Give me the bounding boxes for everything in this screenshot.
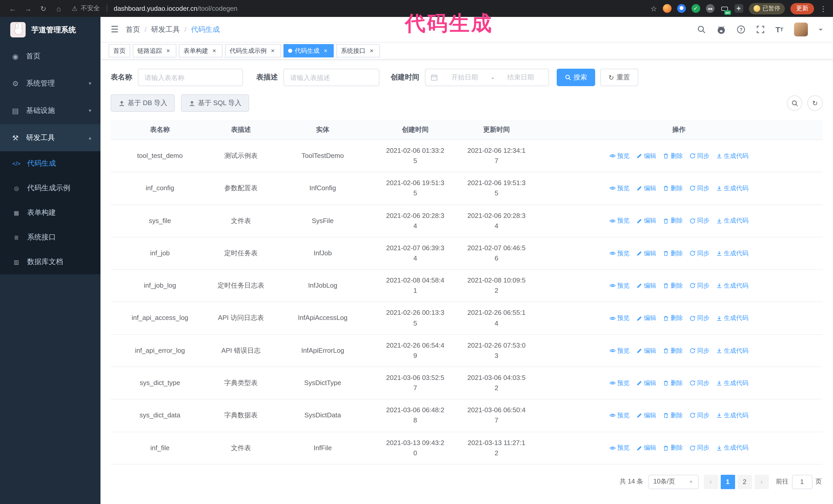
generate-code-link[interactable]: 生成代码 [716,314,748,323]
page-size-select[interactable]: 10条/页 ▼ [648,475,698,489]
address-bar[interactable]: dashboard.yudao.iocoder.cn/tool/codegen [114,5,237,12]
preview-link[interactable]: 预览 [610,443,629,453]
search-button[interactable]: 搜索 [557,69,595,86]
delete-link[interactable]: 删除 [663,443,683,453]
preview-link[interactable]: 预览 [610,314,629,323]
sync-link[interactable]: 同步 [689,184,710,193]
sidebar-toggle-icon[interactable]: ☰ [111,24,119,35]
help-icon[interactable]: ? [736,25,745,34]
user-avatar[interactable] [794,23,808,37]
edit-link[interactable]: 编辑 [636,281,656,290]
generate-code-link[interactable]: 生成代码 [716,443,748,453]
edit-link[interactable]: 编辑 [636,443,656,453]
bookmark-star-icon[interactable]: ☆ [650,4,657,13]
sidebar-subitem-api[interactable]: ≣ 系统接口 [0,225,100,250]
edit-link[interactable]: 编辑 [636,411,656,420]
generate-code-link[interactable]: 生成代码 [716,346,748,355]
edit-link[interactable]: 编辑 [636,248,656,258]
generate-code-link[interactable]: 生成代码 [716,184,748,193]
import-sql-button[interactable]: 基于 SQL 导入 [181,94,249,112]
delete-link[interactable]: 删除 [663,248,683,258]
refresh-table-button[interactable]: ↻ [807,95,823,111]
tab-close-icon[interactable]: × [211,47,218,54]
date-start-placeholder[interactable]: 开始日期 [442,73,487,82]
tab-close-icon[interactable]: × [165,47,172,54]
fox-extension-icon[interactable] [663,4,671,13]
sync-link[interactable]: 同步 [689,314,710,323]
next-page-button[interactable]: › [754,475,769,489]
date-end-placeholder[interactable]: 结束日期 [498,73,543,82]
view-tab[interactable]: 系统接口 × [336,44,380,57]
view-tab[interactable]: 表单构建 × [179,44,222,57]
generate-code-link[interactable]: 生成代码 [716,378,748,388]
sidebar-subitem-form[interactable]: ▦ 表单构建 [0,200,100,225]
preview-link[interactable]: 预览 [610,216,629,225]
table-desc-input[interactable] [284,69,379,86]
preview-link[interactable]: 预览 [610,281,629,290]
browser-menu-icon[interactable]: ⋮ [820,4,827,13]
back-button[interactable]: ← [6,4,19,13]
edit-link[interactable]: 编辑 [636,151,656,161]
sidebar-subitem-code[interactable]: </> 代码生成 [0,151,100,176]
reset-button[interactable]: ↻ 重置 [600,69,638,86]
edit-link[interactable]: 编辑 [636,216,656,225]
generate-code-link[interactable]: 生成代码 [716,151,748,161]
generate-code-link[interactable]: 生成代码 [716,281,748,290]
update-button[interactable]: 更新 [790,3,814,14]
sync-link[interactable]: 同步 [689,151,710,161]
app-logo[interactable]: 芋道管理系统 [0,17,100,43]
tab-close-icon[interactable]: × [322,47,329,54]
fullscreen-icon[interactable] [756,25,765,34]
page-button-2[interactable]: 2 [737,475,752,489]
delete-link[interactable]: 删除 [663,151,683,161]
check-extension-icon[interactable]: ✓ [691,4,700,13]
preview-link[interactable]: 预览 [610,184,629,193]
sync-link[interactable]: 同步 [689,216,710,225]
extensions-puzzle-icon[interactable]: ✚ [734,4,743,13]
edit-link[interactable]: 编辑 [636,184,656,193]
edit-link[interactable]: 编辑 [636,314,656,323]
delete-link[interactable]: 删除 [663,314,683,323]
sidebar-item-tools[interactable]: ⚒ 研发工具 ▴ [0,124,100,151]
delete-link[interactable]: 删除 [663,281,683,290]
goto-page-input[interactable] [792,475,812,489]
sidebar-item-infra[interactable]: ▤ 基础设施 ▾ [0,97,100,124]
sync-link[interactable]: 同步 [689,281,710,290]
delete-link[interactable]: 删除 [663,346,683,355]
preview-link[interactable]: 预览 [610,378,629,388]
breadcrumb-item[interactable]: 研发工具 [151,25,180,34]
sidebar-subitem-db[interactable]: ▥ 数据库文档 [0,250,100,274]
forward-button[interactable]: → [22,4,34,13]
sync-link[interactable]: 同步 [689,346,710,355]
preview-link[interactable]: 预览 [610,248,629,258]
view-tab[interactable]: 链路追踪 × [133,44,176,57]
user-menu-caret-icon[interactable] [819,28,823,32]
search-icon[interactable] [697,25,706,34]
delete-link[interactable]: 删除 [663,216,683,225]
delete-link[interactable]: 删除 [663,411,683,420]
view-tab[interactable]: 首页 [109,44,130,57]
edit-link[interactable]: 编辑 [636,346,656,355]
sync-link[interactable]: 同步 [689,378,710,388]
generate-code-link[interactable]: 生成代码 [716,248,748,258]
sync-link[interactable]: 同步 [689,443,710,453]
github-icon[interactable] [716,25,725,34]
site-security-chip[interactable]: ⚠ 不安全 [72,4,100,13]
font-size-icon[interactable]: TT [775,25,783,34]
generate-code-link[interactable]: 生成代码 [716,411,748,420]
sidebar-item-gear[interactable]: ⚙ 系统管理 ▾ [0,70,100,97]
sync-link[interactable]: 同步 [689,248,710,258]
generate-code-link[interactable]: 生成代码 [716,216,748,225]
toggle-search-button[interactable] [787,95,802,111]
blue-extension-icon[interactable] [677,4,686,13]
breadcrumb-item[interactable]: 首页 [126,25,140,34]
tab-close-icon[interactable]: × [269,47,276,54]
date-range-picker[interactable]: 开始日期 - 结束日期 [425,69,549,86]
tab-close-icon[interactable]: × [368,47,375,54]
sync-link[interactable]: 同步 [689,411,710,420]
reload-button[interactable]: ↻ [37,4,50,13]
preview-link[interactable]: 预览 [610,346,629,355]
home-button[interactable]: ⌂ [52,4,65,13]
preview-link[interactable]: 预览 [610,411,629,420]
preview-link[interactable]: 预览 [610,151,629,161]
